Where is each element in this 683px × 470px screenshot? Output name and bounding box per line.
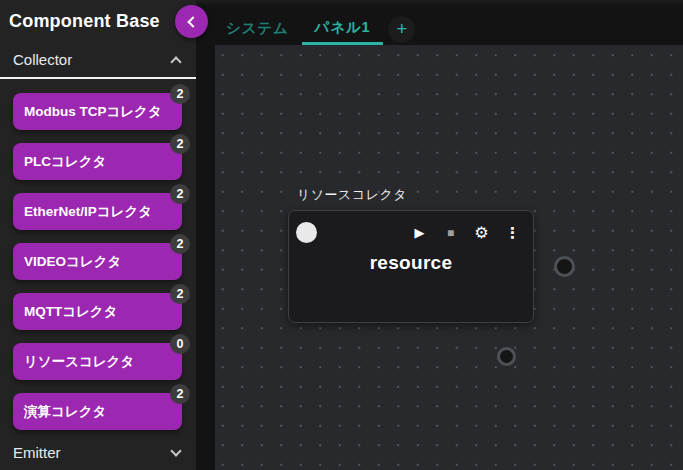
- section-header-emitter[interactable]: Emitter: [0, 441, 196, 463]
- node-status-indicator: [296, 222, 317, 243]
- section-label-collector: Collector: [13, 51, 172, 68]
- count-badge: 2: [170, 184, 190, 204]
- play-button[interactable]: ▶: [412, 225, 427, 240]
- component-label: PLCコレクタ: [24, 153, 106, 171]
- component-plc-collector[interactable]: PLCコレクタ: [13, 143, 182, 180]
- section-header-collector[interactable]: Collector: [0, 48, 196, 70]
- sidebar-title: Component Base: [9, 11, 160, 32]
- component-label: Modbus TCPコレクタ: [24, 103, 162, 121]
- panel-tab-bar: システム パネル1 +: [196, 0, 683, 45]
- output-port-bottom[interactable]: [497, 347, 516, 366]
- kebab-menu-button[interactable]: ⋮: [505, 224, 520, 242]
- sidebar-collapse-button[interactable]: [175, 5, 208, 38]
- tab-panel1[interactable]: パネル1: [302, 0, 384, 45]
- component-modbus-tcp-collector[interactable]: Modbus TCPコレクタ: [13, 93, 182, 130]
- app-window: Component Base Collector Modbus TCPコレクタ …: [0, 0, 683, 470]
- chevron-down-icon: [170, 445, 181, 456]
- collector-component-list: Modbus TCPコレクタ 2 PLCコレクタ 2 EtherNet/IPコレ…: [0, 85, 196, 443]
- component-resource-collector[interactable]: リソースコレクタ: [13, 343, 182, 380]
- component-label: VIDEOコレクタ: [24, 253, 121, 271]
- node-title: resource: [289, 252, 533, 274]
- output-port-right[interactable]: [554, 256, 575, 277]
- count-badge: 2: [170, 384, 190, 404]
- add-tab-button[interactable]: +: [388, 16, 415, 43]
- section-divider: [0, 77, 196, 79]
- component-video-collector[interactable]: VIDEOコレクタ: [13, 243, 182, 280]
- count-badge: 2: [170, 84, 190, 104]
- component-palette-sidebar: Component Base Collector Modbus TCPコレクタ …: [0, 0, 196, 470]
- component-label: EtherNet/IPコレクタ: [24, 203, 152, 221]
- count-badge: 0: [170, 334, 190, 354]
- resource-collector-node[interactable]: ▶ ■ ⚙ ⋮ resource: [288, 210, 534, 323]
- component-mqtt-collector[interactable]: MQTTコレクタ: [13, 293, 182, 330]
- component-calc-collector[interactable]: 演算コレクタ: [13, 393, 182, 430]
- component-label: MQTTコレクタ: [24, 303, 118, 321]
- main-area: システム パネル1 + リソースコレクタ ▶ ■ ⚙ ⋮ resource: [196, 0, 683, 470]
- node-toolbar: ▶ ■ ⚙ ⋮: [412, 223, 520, 242]
- component-ethernet-ip-collector[interactable]: EtherNet/IPコレクタ: [13, 193, 182, 230]
- chevron-left-icon: [187, 16, 198, 27]
- settings-gear-button[interactable]: ⚙: [474, 223, 489, 242]
- plus-icon: +: [396, 18, 407, 39]
- section-label-emitter: Emitter: [13, 444, 172, 461]
- chevron-up-icon: [170, 56, 181, 67]
- count-badge: 2: [170, 284, 190, 304]
- node-label: リソースコレクタ: [297, 186, 407, 204]
- component-label: リソースコレクタ: [24, 353, 134, 371]
- count-badge: 2: [170, 234, 190, 254]
- stop-button[interactable]: ■: [443, 226, 458, 240]
- flow-canvas[interactable]: リソースコレクタ ▶ ■ ⚙ ⋮ resource: [215, 45, 683, 470]
- count-badge: 2: [170, 134, 190, 154]
- component-label: 演算コレクタ: [24, 403, 106, 421]
- tab-system[interactable]: システム: [213, 0, 302, 45]
